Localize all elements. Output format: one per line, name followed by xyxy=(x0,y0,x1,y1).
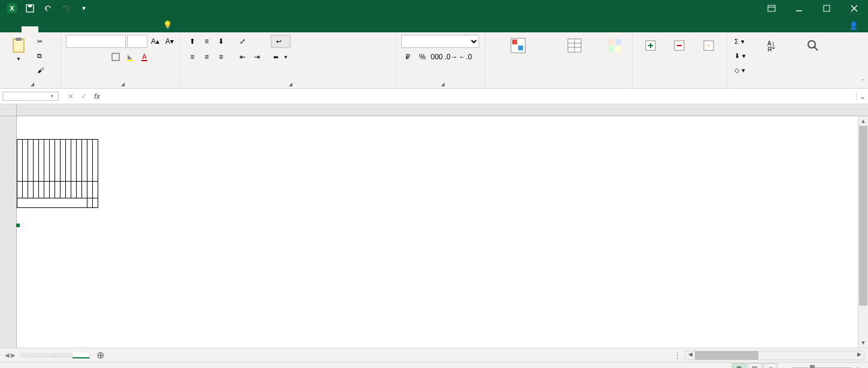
clear-button[interactable]: ◇▾ xyxy=(732,64,748,77)
merge-center-button[interactable]: ⬌ ▼ xyxy=(271,50,291,64)
tab-formulas[interactable] xyxy=(72,26,89,32)
align-right-icon[interactable]: ≡ xyxy=(214,50,228,64)
decrease-indent-icon[interactable]: ⇤ xyxy=(236,50,249,64)
add-sheet-button[interactable]: ⊕ xyxy=(90,349,104,361)
conditional-formatting-button[interactable] xyxy=(490,35,546,56)
cancel-formula-icon[interactable]: ✕ xyxy=(65,92,77,101)
fill-color-button[interactable] xyxy=(123,50,137,64)
fx-icon[interactable]: fx xyxy=(91,92,103,101)
tab-page-layout[interactable] xyxy=(55,26,72,32)
normal-view-icon[interactable]: ▦ xyxy=(732,363,746,369)
underline-button[interactable] xyxy=(95,50,108,64)
format-as-table-button[interactable] xyxy=(549,35,600,56)
font-launcher-icon[interactable]: ◢ xyxy=(121,82,125,87)
fill-button[interactable]: ⬇▾ xyxy=(732,49,748,62)
wrap-text-button[interactable]: ↩ xyxy=(271,35,291,48)
collapse-ribbon-icon[interactable]: ˆ xyxy=(862,79,864,86)
qat-customize-icon[interactable]: ▼ xyxy=(77,1,91,16)
cell-d5[interactable] xyxy=(28,181,34,198)
tab-insert[interactable] xyxy=(38,26,55,32)
italic-button[interactable] xyxy=(80,50,93,64)
cell-styles-button[interactable] xyxy=(602,35,627,56)
scroll-up-icon[interactable]: ▲ xyxy=(858,116,868,126)
vertical-scrollbar[interactable]: ▲ ▼ xyxy=(858,116,868,348)
find-select-button[interactable] xyxy=(794,35,832,56)
scroll-down-icon[interactable]: ▼ xyxy=(858,338,868,348)
sheet-tab-2[interactable] xyxy=(55,353,72,358)
minimize-button[interactable] xyxy=(785,0,813,17)
paste-button[interactable]: ▼ xyxy=(5,35,32,62)
cell-j5[interactable] xyxy=(61,181,66,198)
total-p[interactable] xyxy=(93,198,98,207)
sheet-tab-1[interactable] xyxy=(38,353,55,358)
sheet-tab-3[interactable] xyxy=(72,352,90,358)
select-all-corner[interactable] xyxy=(0,104,17,116)
increase-decimal-icon[interactable]: .0→ xyxy=(444,50,458,64)
insert-cells-button[interactable] xyxy=(637,35,664,56)
scroll-left-icon[interactable]: ◀ xyxy=(685,351,695,360)
cell-c5[interactable] xyxy=(23,181,28,198)
format-painter-button[interactable]: 🖌 xyxy=(35,64,46,77)
share-button[interactable]: 👤 xyxy=(849,21,858,30)
number-launcher-icon[interactable]: ◢ xyxy=(441,82,444,87)
cells-area[interactable] xyxy=(17,116,868,348)
decrease-font-icon[interactable]: A▾ xyxy=(163,35,176,48)
formula-input[interactable] xyxy=(107,91,856,102)
undo-icon[interactable] xyxy=(41,1,55,16)
align-middle-icon[interactable]: ≡ xyxy=(200,35,213,48)
align-center-icon[interactable]: ≡ xyxy=(200,50,213,64)
clipboard-launcher-icon[interactable]: ◢ xyxy=(31,82,34,87)
increase-indent-icon[interactable]: ⇥ xyxy=(250,50,264,64)
cell-m5[interactable] xyxy=(77,181,82,198)
save-icon[interactable] xyxy=(23,1,37,16)
sheet-nav-last-icon[interactable]: ▶ xyxy=(11,352,16,358)
maximize-button[interactable] xyxy=(813,0,840,17)
name-box[interactable]: ▼ xyxy=(2,92,59,101)
font-name-combo[interactable] xyxy=(66,35,126,48)
scroll-right-icon[interactable]: ▶ xyxy=(854,351,864,360)
cell-h5[interactable] xyxy=(50,181,55,198)
cell-g5[interactable] xyxy=(44,181,50,198)
autosum-button[interactable]: Σ▾ xyxy=(732,35,748,48)
tell-me-search[interactable]: 💡 xyxy=(157,17,182,32)
hscroll-thumb[interactable] xyxy=(695,351,758,360)
vscroll-thumb[interactable] xyxy=(859,126,867,306)
orientation-icon[interactable]: ⤢ xyxy=(236,35,249,48)
total-o[interactable] xyxy=(87,198,93,207)
percent-icon[interactable]: % xyxy=(416,50,429,64)
cell-i5[interactable] xyxy=(55,181,61,198)
sheet-tab-0[interactable] xyxy=(20,353,38,358)
tab-data[interactable] xyxy=(89,26,105,32)
cut-button[interactable]: ✂ xyxy=(35,35,46,48)
font-size-combo[interactable] xyxy=(127,35,147,48)
sheet-tab-options-icon[interactable]: ⋮ xyxy=(670,351,685,360)
close-button[interactable] xyxy=(840,0,868,17)
accept-formula-icon[interactable]: ✓ xyxy=(78,92,90,101)
page-break-view-icon[interactable]: ▱ xyxy=(763,363,778,369)
cell-o5[interactable] xyxy=(87,181,93,198)
number-format-combo[interactable] xyxy=(401,35,479,48)
tab-file[interactable] xyxy=(5,26,22,32)
cell-e5[interactable] xyxy=(34,181,39,198)
redo-icon[interactable] xyxy=(59,1,73,16)
tab-home[interactable] xyxy=(22,26,38,32)
expand-formula-bar-icon[interactable]: ⌄ xyxy=(856,92,868,101)
tab-review[interactable] xyxy=(105,26,122,32)
cell-f5[interactable] xyxy=(39,181,44,198)
format-cells-button[interactable] xyxy=(695,35,722,56)
bold-button[interactable] xyxy=(66,50,79,64)
cell-l5[interactable] xyxy=(71,181,77,198)
font-color-button[interactable]: A xyxy=(138,50,151,64)
horizontal-scrollbar[interactable]: ◀ ▶ xyxy=(685,351,864,360)
sort-filter-button[interactable]: AЯ xyxy=(751,35,791,56)
copy-button[interactable]: ⧉ xyxy=(35,49,46,62)
currency-icon[interactable]: ₽ xyxy=(401,50,415,64)
comma-icon[interactable]: 000 xyxy=(430,50,443,64)
ribbon-display-icon[interactable] xyxy=(758,0,785,17)
align-left-icon[interactable]: ≡ xyxy=(186,50,199,64)
page-layout-view-icon[interactable]: ▤ xyxy=(748,363,762,369)
align-top-icon[interactable]: ⬆ xyxy=(186,35,199,48)
sheet-nav-first-icon[interactable]: ◀ xyxy=(5,352,10,358)
alignment-launcher-icon[interactable]: ◢ xyxy=(289,82,292,87)
cell-b5[interactable] xyxy=(17,181,23,198)
